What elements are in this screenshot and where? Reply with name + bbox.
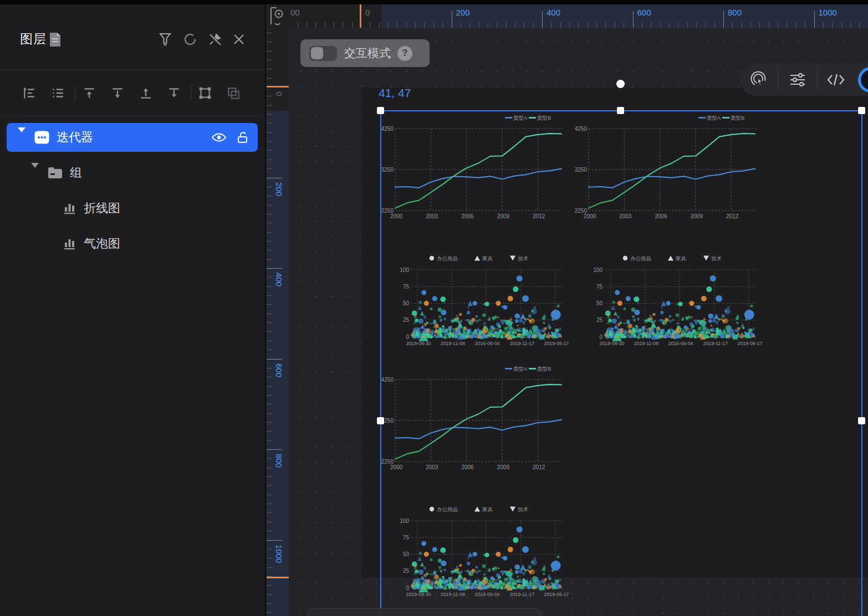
ruler-tick <box>267 168 272 169</box>
svg-text:25: 25 <box>403 317 410 323</box>
settings-sliders-icon[interactable] <box>779 64 816 96</box>
align-bottom-icon[interactable] <box>166 85 182 101</box>
layers-toolbar <box>0 70 265 115</box>
view-toolbar <box>741 64 868 96</box>
iterator-icon <box>34 131 49 144</box>
unpin-icon[interactable] <box>207 31 223 48</box>
ruler-tick <box>267 51 272 52</box>
ruler-corner[interactable] <box>267 4 289 28</box>
inspect-cursor-icon[interactable] <box>741 64 778 96</box>
ruler-tick <box>267 304 272 305</box>
ruler-tick <box>542 11 543 28</box>
ruler-tick <box>370 22 370 28</box>
ruler-tick <box>469 22 470 28</box>
ruler-label: 0 <box>274 91 284 96</box>
interaction-mode-pill: 交互模式 ? <box>300 39 430 67</box>
ruler-tick <box>267 87 282 88</box>
selection-handle-middle-left[interactable] <box>377 417 384 424</box>
ruler-tick <box>267 105 272 106</box>
collapse-tree-icon[interactable] <box>21 85 37 101</box>
ruler-tick <box>267 404 272 404</box>
interaction-mode-toggle[interactable] <box>309 46 337 61</box>
ruler-tick <box>267 468 272 468</box>
selection-handle-top-left[interactable] <box>377 107 384 114</box>
filter-icon[interactable] <box>157 31 173 48</box>
bar-chart-icon <box>63 237 77 250</box>
ruler-tick <box>424 22 425 28</box>
bubble-chart[interactable]: 办公用品家具技术02550751002019-08-302019-11-0820… <box>388 503 571 616</box>
ruler-tick <box>669 22 670 28</box>
selection-edge-left[interactable] <box>380 110 381 616</box>
ruler-tick <box>267 603 272 604</box>
bubble-chart[interactable]: 办公用品家具技术02550751002019-08-302019-11-0820… <box>581 252 764 382</box>
ruler-tick <box>267 205 272 206</box>
layer-row-group[interactable]: 组 <box>7 161 258 185</box>
close-icon[interactable] <box>231 31 247 48</box>
ruler-label: 1000 <box>274 545 284 563</box>
interaction-mode-label: 交互模式 <box>344 45 391 61</box>
ruler-tick <box>267 576 272 577</box>
ruler-tick <box>488 22 488 28</box>
ruler-tick <box>461 22 461 28</box>
ruler-tick <box>267 540 282 541</box>
ruler-tick <box>267 549 272 550</box>
ruler-tick <box>267 241 272 242</box>
divider <box>75 86 75 100</box>
ruler-tick <box>267 250 272 250</box>
refresh-icon[interactable] <box>182 31 198 48</box>
ruler-tick <box>315 22 316 28</box>
selection-handle-middle-right[interactable] <box>858 417 865 424</box>
align-top-icon[interactable] <box>109 85 126 101</box>
layer-row-iterator[interactable]: 迭代器 <box>7 123 258 152</box>
ruler-tick <box>267 458 272 459</box>
list-view-icon[interactable] <box>49 85 66 101</box>
ruler-label: 200 <box>456 8 470 17</box>
svg-text:50: 50 <box>403 551 410 557</box>
ruler-tick <box>267 96 272 96</box>
ruler-tick <box>267 69 272 69</box>
frame-icon[interactable] <box>197 85 213 101</box>
ruler-tick <box>267 60 272 60</box>
vertical-ruler[interactable]: 02004006008001000 <box>267 28 289 616</box>
ruler-tick <box>267 504 272 504</box>
svg-text:2006: 2006 <box>655 213 667 219</box>
selection-rotate-handle[interactable] <box>616 80 625 88</box>
ruler-tick <box>267 612 272 613</box>
help-icon[interactable]: ? <box>397 46 412 61</box>
ruler-tick <box>267 232 272 233</box>
group-icon[interactable] <box>225 85 242 101</box>
ruler-tick <box>805 22 805 28</box>
ruler-label: 400 <box>547 8 560 17</box>
ruler-tick <box>325 22 325 28</box>
svg-text:2016-06-04: 2016-06-04 <box>475 341 500 346</box>
move-top-icon[interactable] <box>81 85 98 101</box>
folder-icon <box>48 167 63 179</box>
horizontal-ruler[interactable]: 0002004006008001000 <box>289 4 868 28</box>
ruler-tick <box>267 512 272 513</box>
bottom-toolbar-partial[interactable] <box>307 608 542 616</box>
svg-text:办公用品: 办公用品 <box>437 255 458 261</box>
ruler-label: 400 <box>274 273 284 286</box>
selection-edge-right[interactable] <box>861 110 862 616</box>
layer-row-line-chart[interactable]: 折线图 <box>7 196 258 220</box>
selection-handle-top-right[interactable] <box>858 107 865 114</box>
ruler-tick <box>267 223 272 223</box>
selection-handle-top-center[interactable] <box>617 107 624 114</box>
collapse-arrow-icon[interactable] <box>31 168 39 178</box>
bubble-chart[interactable]: 办公用品家具技术02550751002019-08-302019-11-0820… <box>388 252 571 382</box>
ruler-tick <box>850 22 851 28</box>
ruler-tick <box>267 585 272 586</box>
svg-text:75: 75 <box>403 535 410 541</box>
collapse-arrow-icon[interactable] <box>18 132 25 142</box>
ruler-tick <box>267 522 272 522</box>
eye-icon[interactable] <box>211 131 227 144</box>
layer-row-bubble-chart[interactable]: 气泡图 <box>7 232 258 256</box>
svg-text:50: 50 <box>403 300 410 306</box>
code-icon[interactable] <box>817 64 855 96</box>
line-chart[interactable]: 22503250425020002003200620092012类型A类型B <box>568 112 759 223</box>
ruler-tick <box>524 22 524 28</box>
line-chart[interactable]: 22503250425020002003200620092012类型A类型B <box>374 112 565 223</box>
move-bottom-icon[interactable] <box>137 85 154 101</box>
ruler-tick <box>560 22 561 28</box>
unlock-icon[interactable] <box>237 131 249 144</box>
